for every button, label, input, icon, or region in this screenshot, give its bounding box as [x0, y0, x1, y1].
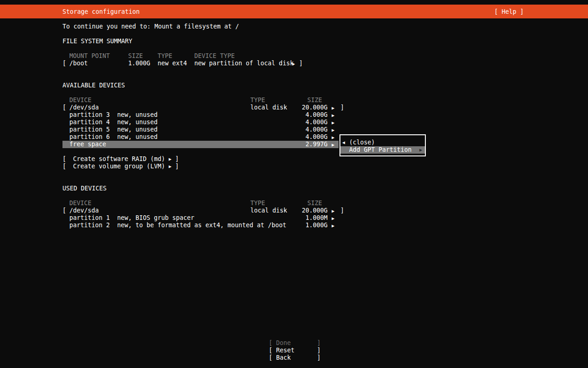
column-spacer — [62, 133, 69, 141]
column-spacer — [62, 141, 69, 148]
table-row-partition-4[interactable]: partition 4 new, unused 4.000G ▶ — [62, 119, 339, 126]
column-spacer — [150, 60, 158, 67]
column-spacer — [117, 97, 250, 104]
title-bar: Storage configuration [Help] — [0, 5, 588, 18]
column-spacer — [62, 214, 69, 222]
filesystem-row-boot[interactable]: [ /boot 1.000G new ext4 new partition of… — [62, 60, 303, 67]
size-cell: 4.000G — [302, 111, 328, 119]
type-cell — [250, 214, 302, 222]
device-cell: partition 3 — [69, 111, 117, 119]
done-button-label: Done — [276, 339, 317, 347]
available-devices-header-row: DEVICE TYPE SIZE — [62, 97, 328, 104]
size-cell: 1.000G — [302, 222, 328, 229]
expand-arrow-icon: ▶ — [169, 155, 171, 163]
type-cell — [250, 126, 302, 133]
column-header-device-type: DEVICE TYPE — [194, 52, 235, 60]
table-row-partition-5[interactable]: partition 5 new, unused 4.000G ▶ — [62, 126, 339, 133]
column-header-mount-point: MOUNT POINT — [69, 52, 128, 60]
column-spacer — [62, 97, 69, 104]
help-button[interactable]: [Help] — [494, 8, 524, 15]
done-button[interactable]: [ Done ] — [269, 339, 321, 347]
reset-button-label: Reset — [276, 347, 317, 354]
device-cell: partition 5 — [69, 126, 117, 133]
info-cell: new, unused — [117, 111, 250, 119]
expand-arrow-icon: ▶ — [169, 163, 171, 170]
bracket-open: [ — [62, 104, 69, 111]
column-spacer — [62, 126, 69, 133]
column-spacer — [62, 52, 69, 60]
device-cell: free space — [69, 141, 117, 148]
type-cell — [250, 133, 302, 141]
column-header-size: SIZE — [128, 52, 150, 60]
info-cell — [117, 141, 250, 148]
table-row-free-space-selected[interactable]: free space 2.997G ▶ — [62, 141, 339, 148]
back-button-label: Back — [276, 354, 317, 362]
device-cell: /dev/sda — [69, 207, 117, 214]
reset-button[interactable]: [ Reset ] — [269, 347, 321, 354]
table-row-used-dev-sda[interactable]: [ /dev/sda local disk 20.000G ▶ ] — [62, 207, 344, 214]
filesystem-summary-heading: FILE SYSTEM SUMMARY — [62, 38, 132, 45]
create-volume-group-button[interactable]: [ Create volume group (LVM) ▶ ] — [62, 163, 179, 170]
column-header-size: SIZE — [302, 97, 328, 104]
column-header-type: TYPE — [250, 97, 302, 104]
device-cell: partition 1 — [69, 214, 117, 222]
expand-arrow-icon: ▶ — [332, 113, 334, 118]
back-button[interactable]: [ Back ] — [269, 354, 321, 362]
device-type-cell: new partition of local disk — [194, 60, 290, 67]
bracket-open: [ — [269, 347, 272, 354]
column-spacer — [150, 52, 158, 60]
column-header-size: SIZE — [302, 200, 328, 207]
table-row-partition-3[interactable]: partition 3 new, unused 4.000G ▶ — [62, 111, 339, 119]
size-cell: 1.000M — [302, 214, 328, 222]
column-spacer — [62, 222, 69, 229]
column-spacer — [62, 111, 69, 119]
device-cell: partition 2 — [69, 222, 117, 229]
expand-arrow-icon: ▶ — [292, 61, 295, 66]
available-devices-heading: AVAILABLE DEVICES — [62, 82, 125, 89]
size-cell: 20.000G — [302, 104, 328, 111]
bracket-close: ] — [520, 8, 524, 15]
size-cell: 4.000G — [302, 133, 328, 141]
context-menu-close[interactable]: ◀ (close) — [340, 139, 425, 146]
bracket-open: [ — [269, 339, 272, 347]
expand-arrow-icon: ▶ — [332, 127, 334, 132]
type-cell — [250, 222, 302, 229]
create-volume-group-label: Create volume group (LVM) — [73, 163, 165, 170]
create-software-raid-button[interactable]: [ Create software RAID (md) ▶ ] — [62, 155, 179, 163]
type-cell — [250, 119, 302, 126]
instruction-text: To continue you need to: Mount a filesys… — [62, 23, 239, 30]
column-header-type: TYPE — [250, 200, 302, 207]
expand-arrow-icon: ▶ — [332, 135, 334, 140]
type-cell: local disk — [250, 207, 302, 214]
expand-arrow-icon: ▶ — [332, 208, 334, 213]
bracket-close: ] — [175, 163, 179, 170]
table-row-used-partition-1[interactable]: partition 1 new, BIOS grub spacer 1.000M… — [62, 214, 339, 222]
table-row-used-partition-2[interactable]: partition 2 new, to be formatted as ext4… — [62, 222, 339, 229]
table-row-partition-6[interactable]: partition 6 new, unused 4.000G ▶ — [62, 133, 339, 141]
expand-arrow-icon: ▶ — [332, 105, 334, 110]
used-devices-header-row: DEVICE TYPE SIZE — [62, 200, 328, 207]
size-cell: 4.000G — [302, 119, 328, 126]
bracket-close: ] — [297, 60, 303, 67]
context-menu-add-gpt-partition[interactable]: Add GPT Partition ▶ — [340, 146, 425, 154]
bracket-open: [ — [269, 354, 272, 362]
expand-arrow-icon: ▶ — [332, 216, 334, 221]
table-row-dev-sda[interactable]: [ /dev/sda local disk 20.000G ▶ ] — [62, 104, 344, 111]
info-cell: new, unused — [117, 126, 250, 133]
bracket-close: ] — [339, 207, 344, 214]
bracket-close: ] — [339, 104, 344, 111]
bracket-close: ] — [175, 155, 179, 163]
type-cell — [250, 111, 302, 119]
bracket-open: [ — [494, 8, 498, 15]
info-cell: new, to be formatted as ext4, mounted at… — [117, 222, 250, 229]
column-spacer — [62, 119, 69, 126]
column-header-device: DEVICE — [69, 200, 117, 207]
page-title: Storage configuration — [62, 8, 140, 15]
bracket-close: ] — [317, 354, 321, 362]
bracket-open: [ — [62, 163, 66, 170]
info-cell — [117, 207, 250, 214]
size-cell: 20.000G — [302, 207, 328, 214]
free-space-context-menu: ◀ (close) Add GPT Partition ▶ — [339, 134, 426, 156]
collapse-arrow-icon: ◀ — [342, 139, 349, 146]
type-cell — [250, 141, 302, 148]
